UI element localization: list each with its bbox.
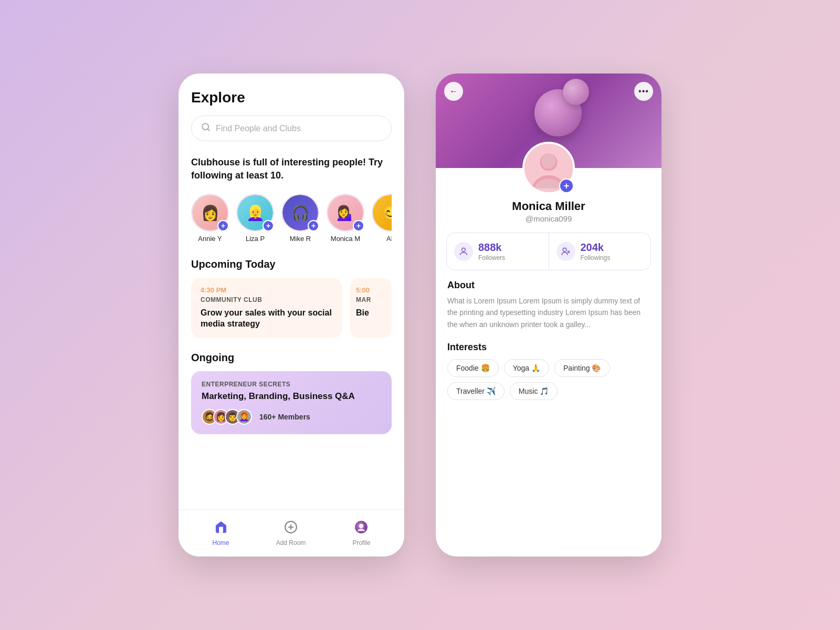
bottom-nav: Home Add Room (178, 509, 404, 556)
followings-stat[interactable]: 204k Followings (549, 233, 651, 270)
followers-info: 888k Followers (478, 242, 505, 261)
interest-tag[interactable]: Painting 🎨 (554, 359, 610, 377)
profile-add-button[interactable]: + (559, 178, 574, 193)
search-bar[interactable]: Find People and Clubs (191, 116, 392, 141)
profile-nav-icon (354, 520, 368, 537)
interest-tag[interactable]: Traveller ✈️ (447, 382, 505, 400)
profile-name: Monica Miller (512, 200, 585, 213)
list-item[interactable]: 👱‍♀️ + Liza P (236, 194, 274, 243)
avatar-wrap: 👱‍♀️ + (236, 194, 274, 232)
left-phone-content: Explore Find People and Clubs Clubhouse … (178, 74, 404, 509)
profile-avatar-section: + Monica Miller @monica099 (436, 142, 662, 223)
event-club: MAR (356, 296, 385, 303)
nav-profile[interactable]: Profile (352, 520, 370, 547)
person-name: Ab (386, 235, 392, 243)
followings-info: 204k Followings (581, 242, 611, 261)
interest-tag[interactable]: Foodie 🍔 (447, 359, 499, 377)
svg-point-6 (359, 523, 364, 528)
ongoing-title: Marketing, Branding, Business Q&A (202, 391, 381, 402)
about-text: What is Lorem Ipsum Lorem Ipsum is simpl… (447, 295, 650, 330)
interests-grid: Foodie 🍔 Yoga 🙏 Painting 🎨 Traveller ✈️ … (447, 359, 650, 400)
home-label: Home (213, 539, 229, 547)
add-person-button[interactable]: + (308, 220, 319, 232)
person-name: Liza P (246, 235, 265, 243)
member-avatar: 👩‍🦰 (236, 409, 252, 425)
followers-label: Followers (478, 254, 505, 261)
followings-icon (556, 242, 575, 261)
event-title: Bie (356, 308, 385, 319)
add-person-button[interactable]: + (353, 220, 364, 232)
followers-stat[interactable]: 888k Followers (447, 233, 549, 270)
follow-hint: Clubhouse is full of interesting people!… (191, 156, 392, 182)
svg-line-1 (207, 129, 209, 130)
left-phone: Explore Find People and Clubs Clubhouse … (178, 74, 404, 556)
person-name: Mike R (290, 235, 311, 243)
followings-count: 204k (581, 242, 611, 254)
ongoing-section-title: Ongoing (191, 352, 392, 364)
about-title: About (447, 280, 650, 291)
avatar-wrap: 👩 + (191, 194, 229, 232)
followers-count: 888k (478, 242, 505, 254)
profile-nav-label: Profile (352, 539, 370, 547)
profile-avatar-wrap: + (522, 142, 575, 194)
interest-tag[interactable]: Music 🎵 (510, 382, 558, 400)
event-card-partial[interactable]: 5:00 MAR Bie (350, 278, 392, 338)
interests-title: Interests (447, 342, 650, 353)
person-name: Monica M (331, 235, 360, 243)
members-count: 160+ Members (259, 413, 310, 421)
home-icon (214, 520, 228, 537)
interest-tag[interactable]: Yoga 🙏 (504, 359, 549, 377)
upcoming-cards: 4:30 PM COMMUNITY CLUB Grow your sales w… (191, 278, 392, 338)
search-icon (201, 122, 211, 134)
stats-box: 888k Followers 204k Followings (446, 233, 651, 270)
back-button[interactable]: ← (444, 82, 463, 101)
event-time: 4:30 PM (201, 286, 333, 294)
nav-add-room[interactable]: Add Room (276, 520, 306, 547)
profile-body: About What is Lorem Ipsum Lorem Ipsum is… (436, 270, 662, 556)
avatar-wrap: 💁‍♀️ + (327, 194, 364, 232)
more-options-button[interactable]: ••• (634, 82, 653, 101)
add-person-button[interactable]: + (217, 220, 229, 232)
member-avatars: 🧔 👩 👨 👩‍🦰 (202, 409, 248, 425)
ongoing-card[interactable]: ENTERPRENEUR SECRETS Marketing, Branding… (191, 371, 392, 434)
avatar-wrap: 😊 + (372, 194, 392, 232)
event-title: Grow your sales with your social media s… (201, 308, 333, 330)
followings-label: Followings (581, 254, 611, 261)
avatar-image: 😊 (373, 195, 392, 230)
avatar-wrap: 🎧 + (281, 194, 319, 232)
followers-icon (454, 242, 473, 261)
avatar: 😊 (372, 194, 392, 232)
add-person-button[interactable]: + (262, 220, 274, 232)
people-row: 👩 + Annie Y 👱‍♀️ + Liza P 🎧 (191, 194, 392, 243)
list-item[interactable]: 😊 + Ab (372, 194, 392, 243)
svg-point-9 (541, 154, 556, 169)
event-club: COMMUNITY CLUB (201, 296, 333, 303)
nav-home[interactable]: Home (213, 520, 229, 547)
svg-point-11 (563, 248, 566, 251)
profile-username: @monica099 (526, 214, 572, 223)
event-card[interactable]: 4:30 PM COMMUNITY CLUB Grow your sales w… (191, 278, 342, 338)
upcoming-section-title: Upcoming Today (191, 258, 392, 270)
right-phone: ← ••• + Monica Miller @monica099 (436, 74, 662, 556)
members-row: 🧔 👩 👨 👩‍🦰 160+ Members (202, 409, 381, 425)
banner-orb-small (563, 79, 589, 105)
explore-title: Explore (191, 89, 392, 106)
add-room-label: Add Room (276, 539, 306, 547)
list-item[interactable]: 💁‍♀️ + Monica M (327, 194, 364, 243)
ongoing-club: ENTERPRENEUR SECRETS (202, 381, 381, 388)
svg-point-10 (462, 248, 466, 251)
event-time: 5:00 (356, 286, 385, 294)
add-room-icon (284, 520, 298, 537)
list-item[interactable]: 🎧 + Mike R (281, 194, 319, 243)
list-item[interactable]: 👩 + Annie Y (191, 194, 229, 243)
person-name: Annie Y (198, 235, 222, 243)
search-placeholder: Find People and Clubs (216, 124, 301, 133)
